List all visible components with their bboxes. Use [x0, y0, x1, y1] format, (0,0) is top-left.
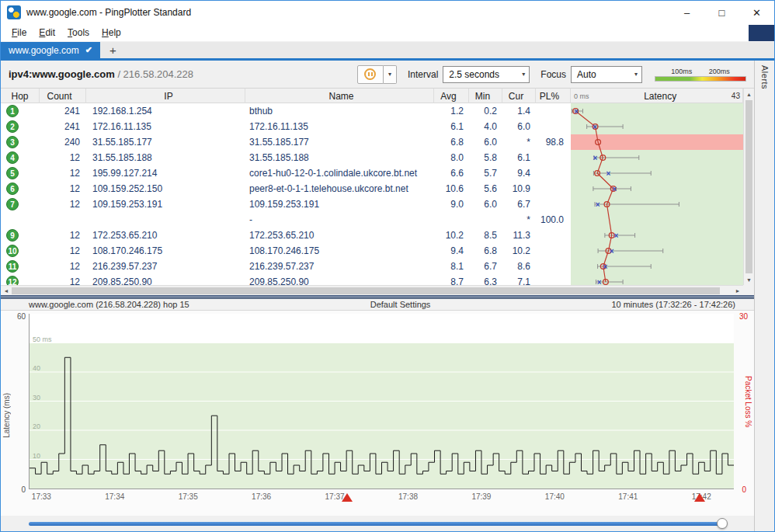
latency-column-header[interactable]: 0 ms Latency 43 [571, 89, 743, 103]
table-row[interactable]: 1012108.170.246.175108.170.246.1759.46.8… [1, 243, 743, 259]
name-cell: 31.55.185.188 [245, 150, 434, 165]
timeline-scrollbar[interactable] [1, 516, 754, 531]
latency-color-scale [655, 76, 746, 82]
loss-axis-min-label: 0 [742, 485, 746, 494]
menu-help[interactable]: Help [96, 25, 127, 40]
horizontal-scroll-thumb[interactable] [12, 287, 720, 294]
avg-cell: 6.8 [434, 134, 469, 150]
table-row[interactable]: 2241172.16.11.135172.16.11.1356.14.06.0 [1, 119, 743, 134]
table-row[interactable]: 612109.159.252.150peer8-et-0-1-1.telehou… [1, 181, 743, 196]
pl-cell [536, 165, 571, 181]
check-icon: ✔ [85, 45, 92, 55]
column-header-name[interactable]: Name [245, 89, 434, 103]
latency-cell [571, 165, 743, 181]
ip-cell: 209.85.250.90 [86, 274, 245, 285]
table-row[interactable]: 1212209.85.250.90209.85.250.908.76.37.1 [1, 274, 743, 285]
scroll-right-icon[interactable]: ► [732, 286, 743, 296]
table-row[interactable]: 912172.253.65.210172.253.65.21010.28.511… [1, 228, 743, 243]
latency-scale-max: 43 [732, 92, 740, 100]
column-header-avg[interactable]: Avg [434, 89, 469, 103]
count-cell: 12 [40, 243, 86, 259]
cur-cell: 9.4 [502, 165, 536, 181]
table-vertical-scrollbar[interactable]: ▲ ▼ [743, 89, 754, 285]
hop-number-cell: 6 [1, 181, 40, 196]
table-row[interactable]: 41231.55.185.18831.55.185.1888.05.86.1 [1, 150, 743, 165]
alerts-panel-tab[interactable]: Alerts [754, 61, 774, 531]
chevron-down-icon: ▾ [522, 71, 525, 78]
timeline-range: 10 minutes (17:32:26 - 17:42:26) [611, 300, 735, 309]
table-row[interactable]: -*100.0 [1, 212, 743, 228]
table-row[interactable]: 324031.55.185.17731.55.185.1776.86.0*98.… [1, 134, 743, 150]
count-cell: 12 [40, 165, 86, 181]
ip-cell: 108.170.246.175 [86, 243, 245, 259]
min-cell [469, 212, 502, 228]
avg-cell: 9.4 [434, 243, 469, 259]
table-row[interactable]: 1241192.168.1.254bthub1.20.21.4 [1, 103, 743, 119]
focus-select[interactable]: Auto ▾ [571, 66, 642, 83]
ip-cell: 172.253.65.210 [86, 228, 245, 243]
pause-button[interactable] [357, 65, 384, 84]
column-header-ip[interactable]: IP [86, 89, 245, 103]
vertical-scroll-thumb[interactable] [745, 100, 752, 273]
table-row[interactable]: 1112216.239.57.237216.239.57.2378.16.78.… [1, 259, 743, 274]
cur-cell: 11.3 [502, 228, 536, 243]
focus-value: Auto [577, 69, 596, 80]
hop-number-badge: 6 [6, 183, 19, 195]
minimize-button[interactable]: – [669, 1, 704, 24]
min-cell: 0.2 [469, 103, 502, 119]
loss-axis-max-label: 30 [739, 312, 748, 321]
pingplotter-window: www.google.com - PingPlotter Standard – … [0, 0, 775, 532]
scroll-left-icon[interactable]: ◄ [1, 286, 12, 296]
count-cell: 12 [40, 196, 86, 212]
scroll-down-icon[interactable]: ▼ [744, 274, 754, 285]
name-cell: 216.239.57.237 [245, 259, 434, 274]
pl-cell [536, 274, 571, 285]
pl-cell [536, 103, 571, 119]
min-cell: 6.3 [469, 274, 502, 285]
trace-table: HopCountIPNameAvgMinCurPL% 0 ms Latency … [1, 89, 754, 295]
count-cell: 12 [40, 228, 86, 243]
pause-dropdown-button[interactable]: ▾ [384, 65, 397, 84]
interval-select[interactable]: 2.5 seconds ▾ [443, 66, 530, 83]
timeline-scroll-track[interactable] [29, 522, 720, 526]
menu-file[interactable]: File [5, 25, 33, 40]
name-cell: peer8-et-0-1-1.telehouse.ukcore.bt.net [245, 181, 434, 196]
pause-icon [364, 68, 376, 80]
column-header-count[interactable]: Count [40, 89, 86, 103]
column-header-cur[interactable]: Cur [502, 89, 536, 103]
name-cell: - [245, 212, 434, 228]
new-tab-button[interactable]: + [100, 42, 126, 58]
column-header-hop[interactable]: Hop [1, 89, 40, 103]
timeline-plot[interactable]: 50 ms40302010 [29, 314, 734, 489]
hop-number-badge: 5 [6, 167, 19, 179]
timeline-scroll-knob[interactable] [717, 518, 728, 529]
cur-cell: 6.7 [502, 196, 536, 212]
min-cell: 6.7 [469, 259, 502, 274]
avg-cell [434, 212, 469, 228]
menu-tools[interactable]: Tools [61, 25, 96, 40]
hop-number-cell: 12 [1, 274, 40, 285]
maximize-button[interactable]: □ [704, 1, 739, 24]
window-title: www.google.com - PingPlotter Standard [26, 7, 191, 18]
column-header-min[interactable]: Min [469, 89, 502, 103]
hop-number-cell: 7 [1, 196, 40, 212]
min-cell: 5.6 [469, 181, 502, 196]
pl-cell [536, 196, 571, 212]
count-cell: 12 [40, 150, 86, 165]
avg-cell: 6.6 [434, 165, 469, 181]
tab-www-google-com[interactable]: www.google.com ✔ [1, 42, 100, 58]
packet-loss-marker-icon [694, 493, 705, 502]
close-button[interactable]: ✕ [739, 1, 774, 24]
name-cell: 108.170.246.175 [245, 243, 434, 259]
cur-cell: 1.4 [502, 103, 536, 119]
table-row[interactable]: 712109.159.253.191109.159.253.1919.06.06… [1, 196, 743, 212]
table-row[interactable]: 512195.99.127.214core1-hu0-12-0-1.colind… [1, 165, 743, 181]
count-cell: 12 [40, 181, 86, 196]
column-header-pl[interactable]: PL% [536, 89, 571, 103]
table-horizontal-scrollbar[interactable]: ◄ ► [1, 285, 743, 295]
ip-cell [86, 212, 245, 228]
cur-cell: 10.2 [502, 243, 536, 259]
menu-edit[interactable]: Edit [33, 25, 61, 40]
scroll-up-icon[interactable]: ▲ [744, 89, 754, 99]
min-cell: 8.5 [469, 228, 502, 243]
